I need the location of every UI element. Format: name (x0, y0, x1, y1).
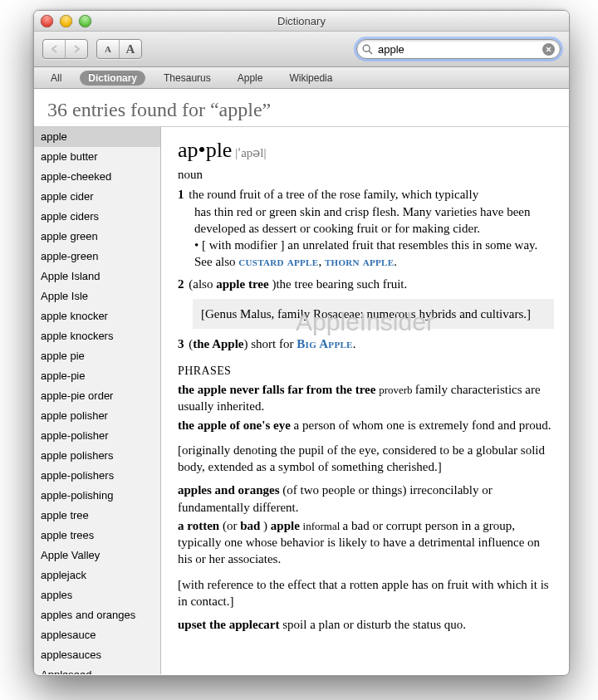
phrase-head: upset the applecart (178, 618, 280, 631)
phrase-head: the apple of one's eye (178, 419, 291, 432)
list-item[interactable]: apple green (34, 227, 160, 247)
search-input[interactable] (376, 42, 539, 56)
sense-3: 3 (the Apple) short for Big Apple. (178, 335, 554, 352)
content-body: apple apple butter apple-cheeked apple c… (34, 126, 569, 674)
zoom-icon[interactable] (79, 15, 91, 27)
xref-link[interactable]: custard apple (238, 255, 318, 268)
phrase-head: apples and oranges (178, 483, 280, 497)
list-item[interactable]: apple-green (34, 247, 160, 267)
list-item[interactable]: apple knocker (34, 306, 160, 326)
source-tabs: All Dictionary Thesaurus Apple Wikipedia (34, 67, 569, 89)
font-size-buttons: A A (96, 39, 142, 59)
definition-pane: AppleInsider ap•ple |ˈapəl| noun 1 the r… (161, 127, 569, 674)
forward-button[interactable] (65, 40, 87, 58)
phrase-def: a person of whom one is extremely fond a… (294, 419, 551, 432)
list-item[interactable]: applesauce (34, 625, 160, 645)
sense-text: . (353, 337, 356, 350)
pronunciation: |ˈapəl| (235, 146, 266, 159)
results-header: 36 entries found for “apple” (34, 89, 569, 126)
nav-buttons (42, 39, 88, 59)
phrase-head: the apple never falls far from the tree (178, 383, 375, 396)
svg-point-0 (363, 45, 370, 51)
sense-number: 3 (178, 337, 184, 350)
list-item[interactable]: applejack (34, 565, 160, 585)
sense-text: the tree bearing such fruit. (276, 277, 407, 291)
search-field[interactable] (356, 39, 561, 59)
list-item[interactable]: apple-pie (34, 366, 160, 386)
tab-apple[interactable]: Apple (229, 71, 272, 86)
sense-text: (the Apple) (189, 337, 251, 350)
clear-search-button[interactable] (542, 43, 555, 56)
list-item[interactable]: apple pie (34, 346, 160, 366)
sense-text: (also apple tree ) (189, 277, 276, 291)
toolbar: A A (34, 32, 569, 67)
tab-wikipedia[interactable]: Wikipedia (281, 71, 341, 86)
etymology-box: [Genus Malus, family Rosaceae: numerous … (193, 299, 554, 329)
phrases-header: PHRASES (178, 364, 554, 379)
xref-link[interactable]: Big Apple (297, 337, 352, 350)
sense-number: 1 (178, 188, 184, 201)
list-item[interactable]: apple-polishers (34, 466, 160, 486)
title-bar: Dictionary (34, 11, 569, 32)
list-item[interactable]: apple knockers (34, 326, 160, 346)
window-controls (41, 15, 91, 27)
list-item[interactable]: Apple Isle (34, 286, 160, 306)
list-item[interactable]: apple-polisher (34, 426, 160, 446)
sense-also: apple tree (216, 277, 268, 291)
list-item[interactable]: apple-pie order (34, 386, 160, 406)
list-item[interactable]: apple tree (34, 506, 160, 526)
results-sidebar: apple apple butter apple-cheeked apple c… (34, 127, 161, 674)
minimize-icon[interactable] (60, 15, 72, 27)
list-item[interactable]: apple-polishing (34, 486, 160, 506)
phrase: upset the applecart spoil a plan or dist… (178, 616, 554, 633)
phrase-label: proverb (379, 384, 415, 396)
phrase-label: informal (303, 520, 343, 532)
chevron-right-icon (73, 45, 81, 53)
phrase: the apple never falls far from the tree … (178, 381, 554, 415)
window-title: Dictionary (34, 15, 569, 27)
list-item[interactable]: apples (34, 585, 160, 605)
back-button[interactable] (43, 40, 65, 58)
part-of-speech: noun (178, 166, 554, 183)
sense-text: short for (251, 337, 297, 350)
close-icon[interactable] (41, 15, 53, 27)
phrase-head: ) (263, 519, 271, 532)
list-item[interactable]: apple-cheeked (34, 167, 160, 187)
list-item[interactable]: Apple Island (34, 267, 160, 286)
phrase: the apple of one's eye a person of whom … (178, 417, 554, 433)
decrease-font-button[interactable]: A (97, 40, 119, 58)
list-item[interactable]: apple polishers (34, 446, 160, 466)
phrase: apples and oranges (of two people or thi… (178, 482, 554, 516)
list-item[interactable]: apple butter (34, 147, 160, 167)
sense-2: 2 (also apple tree )the tree bearing suc… (178, 276, 554, 292)
sense-text: . (394, 255, 397, 268)
sense-text: has thin red or green skin and crisp fle… (178, 203, 554, 237)
phrase-def: spoil a plan or disturb the status quo. (282, 618, 466, 631)
phrase-head: (or (223, 519, 240, 532)
dictionary-window: Dictionary A A (33, 10, 570, 676)
sense-1: 1 the round fruit of a tree of the rose … (178, 186, 554, 270)
svg-line-1 (369, 51, 372, 54)
tab-dictionary[interactable]: Dictionary (80, 71, 145, 86)
sense-also: the Apple (193, 337, 243, 350)
headword: ap•ple (178, 138, 232, 162)
tab-all[interactable]: All (42, 71, 70, 86)
list-item[interactable]: apple trees (34, 526, 160, 546)
phrase-head: apple (271, 519, 300, 532)
list-item[interactable]: apple ciders (34, 207, 160, 227)
list-item[interactable]: applesauces (34, 645, 160, 665)
subsense: • [ with modifier ] an unrelated fruit t… (178, 237, 554, 271)
list-item[interactable]: Apple Valley (34, 546, 160, 565)
search-icon (362, 44, 373, 55)
list-item[interactable]: apples and oranges (34, 605, 160, 625)
sense-text: the round fruit of a tree of the rose fa… (189, 188, 478, 201)
phrase-note: [originally denoting the pupil of the ey… (178, 442, 554, 476)
tab-thesaurus[interactable]: Thesaurus (155, 71, 219, 86)
list-item[interactable]: apple (34, 127, 160, 147)
list-item[interactable]: apple cider (34, 187, 160, 207)
list-item[interactable]: apple polisher (34, 406, 160, 426)
xref-link[interactable]: thorn apple (325, 255, 394, 268)
list-item[interactable]: Appleseed (34, 665, 160, 674)
sense-text: , (318, 255, 325, 268)
increase-font-button[interactable]: A (119, 40, 141, 58)
